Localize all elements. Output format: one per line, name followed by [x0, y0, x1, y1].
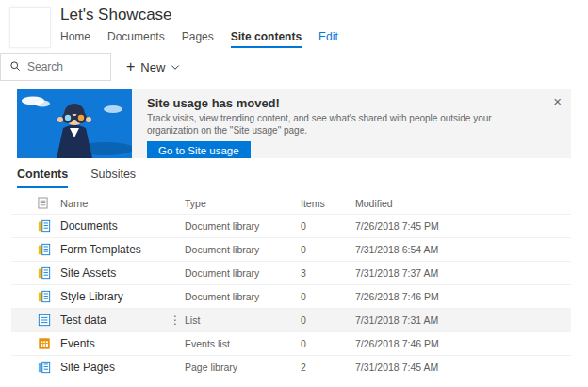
banner-content: Site usage has moved! Track visits, view… [132, 89, 571, 158]
table-row[interactable]: Site Pages Page library 2 7/31/2018 7:45… [11, 356, 571, 379]
row-modified: 7/31/2018 7:31 AM [355, 314, 571, 326]
table-header: Name Type Items Modified [11, 192, 571, 215]
close-icon[interactable]: × [553, 94, 562, 108]
row-items: 0 [301, 291, 355, 302]
site-logo[interactable] [9, 7, 51, 48]
row-name: Documents [60, 219, 166, 233]
row-type: List [185, 314, 301, 326]
document-library-icon [38, 290, 51, 303]
page-library-icon [38, 361, 51, 374]
row-name: Events [60, 337, 166, 350]
events-icon [38, 337, 51, 350]
nav-item-documents[interactable]: Documents [107, 30, 165, 46]
row-items: 0 [301, 338, 355, 349]
site-usage-banner: Site usage has moved! Track visits, view… [17, 89, 571, 158]
table-row[interactable]: Documents Document library 0 7/26/2018 7… [11, 215, 571, 238]
table-row[interactable]: Site Assets Document library 3 7/31/2018… [11, 262, 571, 285]
row-name: Site Pages [60, 361, 166, 374]
row-items: 3 [301, 267, 355, 279]
new-button-label: New [140, 60, 165, 74]
row-modified: 7/26/2018 7:46 PM [355, 338, 571, 349]
row-type: Document library [185, 291, 301, 302]
column-header-name[interactable]: Name [60, 198, 166, 209]
banner-description: Track visits, view trending content, and… [147, 113, 543, 137]
command-bar: + New [0, 53, 588, 81]
column-header-modified[interactable]: Modified [355, 198, 571, 209]
row-type: Page library [185, 362, 301, 373]
row-modified: 7/26/2018 7:45 PM [355, 220, 571, 232]
row-modified: 7/31/2018 7:45 AM [355, 362, 571, 373]
go-to-site-usage-button[interactable]: Go to Site usage [147, 141, 251, 158]
nav-item-pages[interactable]: Pages [182, 30, 214, 46]
row-modified: 7/26/2018 7:46 PM [355, 291, 571, 302]
table-row[interactable]: Style Library Document library 0 7/26/20… [11, 285, 571, 309]
row-menu-button[interactable]: ⋮ [166, 314, 185, 327]
tab-subsites[interactable]: Subsites [90, 168, 136, 188]
row-name: Test data [60, 314, 166, 327]
plus-icon: + [126, 59, 135, 74]
row-type: Document library [185, 244, 301, 255]
row-type: Events list [185, 338, 301, 349]
nav-item-edit[interactable]: Edit [318, 30, 338, 46]
banner-title: Site usage has moved! [147, 96, 558, 110]
table-row[interactable]: Test data ⋮ List 0 7/31/2018 7:31 AM [11, 309, 571, 332]
table-row[interactable]: Form Templates Document library 0 7/31/2… [11, 238, 571, 262]
row-items: 2 [301, 362, 355, 373]
nav-item-site-contents[interactable]: Site contents [231, 30, 302, 48]
top-nav: Home Documents Pages Site contents Edit [60, 30, 338, 48]
file-type-column-icon [17, 197, 60, 209]
row-items: 0 [301, 220, 355, 232]
search-box[interactable] [0, 53, 111, 81]
chevron-down-icon [171, 60, 180, 74]
table-body: Documents Document library 0 7/26/2018 7… [11, 215, 571, 379]
column-header-type[interactable]: Type [185, 198, 301, 209]
search-icon [9, 58, 21, 75]
row-modified: 7/31/2018 6:54 AM [355, 244, 571, 255]
document-library-icon [38, 243, 51, 256]
column-header-items[interactable]: Items [301, 198, 355, 209]
row-type: Document library [185, 267, 301, 279]
row-type: Document library [185, 220, 301, 232]
banner-illustration [17, 89, 132, 158]
row-items: 0 [301, 244, 355, 255]
row-items: 0 [301, 314, 355, 326]
row-modified: 7/31/2018 7:37 AM [355, 267, 571, 279]
row-name: Form Templates [60, 243, 166, 256]
list-icon [38, 314, 51, 327]
row-name: Style Library [60, 290, 166, 303]
search-input[interactable] [27, 60, 103, 73]
row-name: Site Assets [60, 266, 166, 280]
site-header: Let's Showcase Home Documents Pages Site… [0, 0, 588, 51]
document-library-icon [38, 266, 51, 280]
new-button[interactable]: + New [126, 59, 180, 74]
nav-item-home[interactable]: Home [60, 30, 90, 46]
site-title: Let's Showcase [60, 6, 172, 24]
document-library-icon [38, 219, 51, 233]
content-tabs: Contents Subsites [17, 168, 588, 188]
tab-contents[interactable]: Contents [17, 168, 68, 188]
table-row[interactable]: Events Events list 0 7/26/2018 7:46 PM [11, 332, 571, 356]
site-contents-table: Name Type Items Modified Documents Docum… [11, 192, 571, 379]
